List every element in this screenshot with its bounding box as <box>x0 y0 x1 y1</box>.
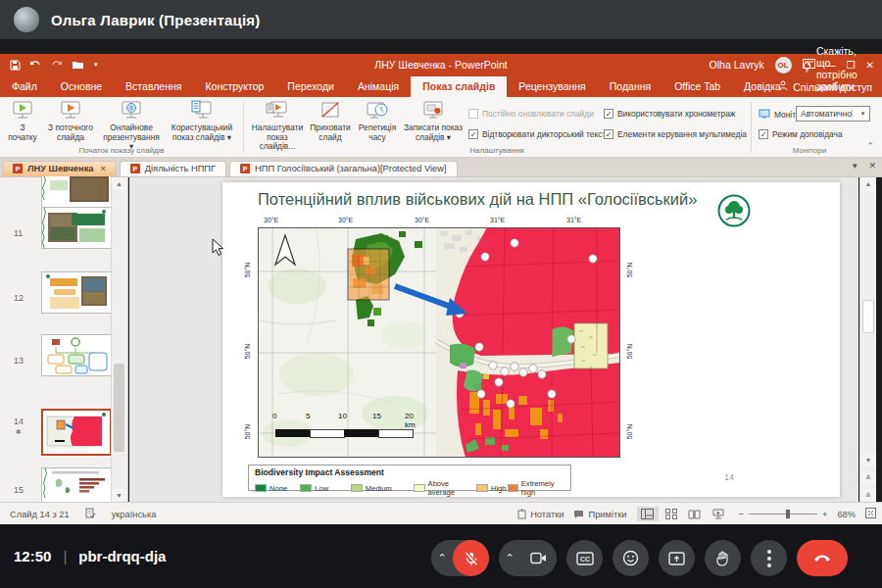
view-normal-button[interactable] <box>637 507 659 521</box>
mic-options-chevron-icon[interactable]: ⌃ <box>431 552 453 564</box>
fit-to-window-icon[interactable] <box>865 508 876 520</box>
comment-icon <box>573 510 584 519</box>
language-indicator[interactable]: українська <box>112 510 157 519</box>
reactions-button[interactable] <box>612 540 649 576</box>
tab-office-tab[interactable]: Office Tab <box>662 76 732 97</box>
map-latitude-label: 50°N <box>244 344 251 360</box>
tab-animations[interactable]: Анімація <box>346 76 411 97</box>
account-name[interactable]: Olha Lavryk <box>710 59 764 71</box>
from-beginning-button[interactable]: Зпочатку <box>4 100 41 142</box>
tab-close-icon[interactable]: × <box>100 164 105 173</box>
custom-slideshow-button[interactable]: Користувацькийпоказ слайдів ▾ <box>165 100 239 142</box>
account-avatar[interactable]: OL <box>775 57 792 74</box>
slide-thumbnail-15[interactable] <box>41 467 112 502</box>
view-slideshow-button[interactable] <box>708 507 729 521</box>
zoom-in-icon[interactable]: + <box>822 510 827 519</box>
map-graphic <box>258 227 620 458</box>
slide-canvas[interactable]: Потенційний вплив військових дій на НПП … <box>222 182 840 497</box>
record-slideshow-button[interactable]: Записати показслайдів ▾ <box>402 100 465 142</box>
animation-star-icon: ✱ <box>16 428 22 436</box>
tab-design[interactable]: Конструктор <box>193 76 275 97</box>
meeting-time: 12:50 <box>14 548 51 564</box>
slide-thumbnail-14[interactable] <box>41 409 112 456</box>
slide-thumbnail-10[interactable] <box>41 176 112 208</box>
person-icon <box>778 80 788 93</box>
scroll-down-icon[interactable]: ▼ <box>112 489 126 502</box>
scrollbar-thumb[interactable] <box>862 300 874 333</box>
tab-transitions[interactable]: Переходи <box>275 76 346 97</box>
zoom-level[interactable]: 68% <box>837 510 856 519</box>
thumbnail-scrollbar[interactable]: ▲ ▼ <box>111 177 126 502</box>
present-icon <box>668 552 685 565</box>
slide-thumbnail-11[interactable] <box>41 207 112 249</box>
slide-area-scrollbar[interactable]: ▲ ▼ ≛ ≛ <box>859 177 876 502</box>
park-logo-icon <box>717 194 751 231</box>
tab-view[interactable]: Подання <box>598 76 662 97</box>
tab-slideshow[interactable]: Показ слайдів <box>411 76 507 97</box>
thumbnail-scrollbar-thumb[interactable] <box>114 364 124 452</box>
scroll-up-icon[interactable]: ▲ <box>860 177 876 190</box>
map-legend: Biodiversity Impact Assessment None Low … <box>248 465 571 491</box>
impact-map: 30°E 30°E 30°E 31°E 31°E 50°N 50°N 50°N … <box>258 227 620 462</box>
map-latitude-label: 50°N <box>244 263 251 278</box>
powerpoint-file-icon: P <box>130 164 140 173</box>
hide-slide-button[interactable]: Приховатислайд <box>308 100 353 142</box>
spellcheck-icon[interactable] <box>85 508 96 520</box>
from-current-slide-button[interactable]: З поточногослайда <box>43 100 98 142</box>
raise-hand-button[interactable] <box>705 540 741 576</box>
zoom-out-icon[interactable]: − <box>739 510 744 519</box>
comments-toggle[interactable]: Примітки <box>573 510 626 519</box>
end-call-button[interactable] <box>797 540 848 576</box>
share-button[interactable]: Спільний доступ <box>778 80 872 93</box>
camera-button[interactable] <box>520 540 557 576</box>
scroll-up-icon[interactable]: ▲ <box>112 177 126 190</box>
rehearse-timings-button[interactable]: Репетиціячасу <box>355 100 400 142</box>
tab-home[interactable]: Основне <box>49 76 114 97</box>
present-online-button[interactable]: Онлайновепрезентування ▾ <box>100 100 163 152</box>
mic-mute-button[interactable] <box>453 540 489 576</box>
tabbar-close-icon[interactable]: ✕ <box>868 161 876 171</box>
view-reading-button[interactable] <box>684 507 706 521</box>
dropdown-icon: ▾ <box>852 110 869 118</box>
tab-review[interactable]: Рецензування <box>507 76 597 97</box>
doc-tab-holosiivskyi[interactable]: P НПП Голосіївський (загальна)[Protected… <box>229 161 457 176</box>
zoom-slider-thumb[interactable] <box>786 510 790 518</box>
slide-editing-area[interactable]: Потенційний вплив військових дій на НПП … <box>129 177 858 502</box>
next-slide-icon[interactable]: ≛ <box>860 489 876 502</box>
tab-file[interactable]: Файл <box>0 76 49 97</box>
mic-control-group: ⌃ <box>431 540 489 576</box>
present-screen-button[interactable] <box>659 540 695 576</box>
checkbox-play-narrations[interactable]: ✓Відтворювати дикторський текст <box>468 129 606 139</box>
setup-slideshow-button[interactable]: Налаштуватипоказ слайдів... <box>249 100 306 152</box>
monitor-dropdown[interactable]: Автоматично ▾ <box>796 106 870 122</box>
lightbulb-icon <box>803 62 811 75</box>
presenter-avatar <box>14 7 39 32</box>
doc-tab-nppg[interactable]: P Діяльність НППГ <box>120 161 226 176</box>
slide-thumbnail-12[interactable] <box>41 271 112 314</box>
checkbox-keep-slides-updated[interactable]: Постійно оновлювати слайди <box>468 109 594 119</box>
checkbox-use-timings[interactable]: ✓Використовувати хронометраж <box>604 109 735 119</box>
previous-slide-icon[interactable]: ≛ <box>860 471 876 484</box>
checkbox-media-controls[interactable]: ✓Елементи керування мультимедіа <box>604 129 747 139</box>
tab-insert[interactable]: Вставлення <box>114 76 193 97</box>
hand-icon <box>715 551 730 566</box>
view-sorter-button[interactable] <box>661 507 682 521</box>
slide-number: 12 <box>14 293 24 303</box>
svg-text:CC: CC <box>579 556 589 563</box>
collapse-ribbon-icon[interactable]: ⌃ <box>866 141 874 151</box>
end-call-icon <box>812 554 832 563</box>
camera-options-chevron-icon[interactable]: ⌃ <box>499 552 520 564</box>
notes-toggle[interactable]: Нотатки <box>517 509 564 519</box>
captions-icon: CC <box>576 552 594 565</box>
zoom-slider[interactable]: − + <box>739 510 828 519</box>
legend-chip <box>476 484 488 492</box>
captions-button[interactable]: CC <box>566 540 603 576</box>
more-options-button[interactable] <box>751 540 787 576</box>
checkbox-presenter-view[interactable]: ✓Режим доповідача <box>759 129 843 139</box>
slide-thumbnail-13[interactable] <box>41 334 112 376</box>
doc-tab-lnu[interactable]: P ЛНУ Шевченка × <box>2 161 117 176</box>
tab-list-dropdown-icon[interactable]: ▾ <box>853 161 858 171</box>
camera-control-group: ⌃ <box>499 540 557 576</box>
scroll-down-icon[interactable]: ▼ <box>860 454 876 466</box>
slide-number: 11 <box>14 228 23 238</box>
